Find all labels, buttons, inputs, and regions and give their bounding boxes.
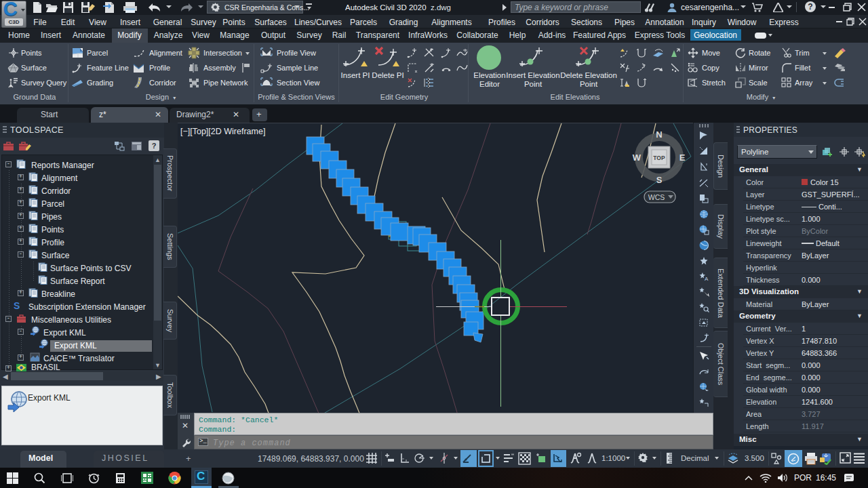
svg-text:[−][Top][2D Wireframe]: [−][Top][2D Wireframe] bbox=[180, 127, 265, 136]
svg-text:S: S bbox=[656, 175, 663, 185]
svg-text:E: E bbox=[679, 152, 686, 163]
svg-text:W: W bbox=[633, 152, 642, 163]
svg-text:A: A bbox=[705, 276, 709, 282]
svg-text:TOP: TOP bbox=[653, 155, 665, 161]
svg-text:WCS: WCS bbox=[648, 193, 665, 201]
svg-text:N: N bbox=[656, 129, 662, 140]
